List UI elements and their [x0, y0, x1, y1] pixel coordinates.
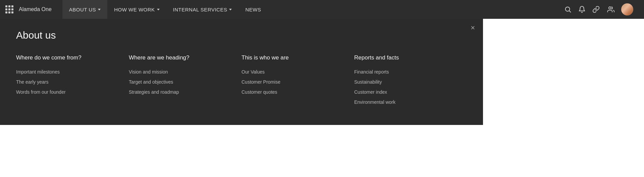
- dropdown-col-2: Where are we heading? Vision and mission…: [129, 54, 241, 105]
- dropdown-columns: Where do we come from? Important milesto…: [16, 54, 467, 105]
- col-heading-4: Reports and facts: [354, 54, 453, 61]
- close-button[interactable]: ×: [471, 24, 475, 32]
- nav-label-internal-services: INTERNAL SERVICES: [173, 7, 227, 12]
- dropdown-col-1: Where do we come from? Important milesto…: [16, 54, 129, 105]
- nav-item-news[interactable]: NEWS: [238, 0, 268, 19]
- col-heading-3: This is who we are: [241, 54, 341, 61]
- svg-point-2: [609, 7, 611, 9]
- search-icon[interactable]: [564, 6, 572, 13]
- nav-label-news: NEWS: [245, 7, 261, 12]
- col-links-3: Our Values Customer Promise Customer quo…: [241, 69, 341, 95]
- link-strategies-and-roadmap[interactable]: Strategies and roadmap: [129, 89, 228, 95]
- nav-label-how-we-work: HOW WE WORK: [114, 7, 155, 12]
- col-heading-1: Where do we come from?: [16, 54, 115, 61]
- avatar-image: [621, 3, 633, 15]
- nav-item-how-we-work[interactable]: HOW WE WORK: [107, 0, 166, 19]
- col-links-4: Financial reports Sustainability Custome…: [354, 69, 453, 105]
- link-the-early-years[interactable]: The early years: [16, 79, 115, 85]
- chevron-down-icon: [98, 9, 101, 10]
- notification-icon[interactable]: [578, 6, 586, 13]
- link-customer-promise[interactable]: Customer Promise: [241, 79, 341, 85]
- grid-icon[interactable]: [5, 5, 13, 13]
- chevron-down-icon: [229, 9, 232, 10]
- link-vision-and-mission[interactable]: Vision and mission: [129, 69, 228, 75]
- link-our-values[interactable]: Our Values: [241, 69, 341, 75]
- link-customer-quotes[interactable]: Customer quotes: [241, 89, 341, 95]
- nav-label-about-us: ABOUT US: [69, 7, 96, 12]
- chevron-down-icon: [157, 9, 160, 10]
- app-title: Alameda One: [19, 6, 52, 12]
- avatar[interactable]: [621, 3, 633, 15]
- link-important-milestones[interactable]: Important milestones: [16, 69, 115, 75]
- nav-item-about-us[interactable]: ABOUT US: [62, 0, 107, 19]
- link-environmental-work[interactable]: Environmental work: [354, 99, 453, 105]
- topbar-right: [564, 3, 639, 15]
- link-sustainability[interactable]: Sustainability: [354, 79, 453, 85]
- link-financial-reports[interactable]: Financial reports: [354, 69, 453, 75]
- link-target-and-objectives[interactable]: Target and objectives: [129, 79, 228, 85]
- link-icon[interactable]: [592, 6, 600, 13]
- topbar: Alameda One ABOUT US HOW WE WORK INTERNA…: [0, 0, 644, 19]
- link-words-from-our-founder[interactable]: Words from our founder: [16, 89, 115, 95]
- col-links-2: Vision and mission Target and objectives…: [129, 69, 228, 95]
- users-icon[interactable]: [606, 6, 614, 13]
- col-heading-2: Where are we heading?: [129, 54, 228, 61]
- link-customer-index[interactable]: Customer index: [354, 89, 453, 95]
- topbar-left: Alameda One: [5, 5, 52, 13]
- right-panel: [483, 0, 644, 177]
- main-nav: ABOUT US HOW WE WORK INTERNAL SERVICES N…: [62, 0, 268, 19]
- dropdown-col-4: Reports and facts Financial reports Sust…: [354, 54, 467, 105]
- nav-item-internal-services[interactable]: INTERNAL SERVICES: [166, 0, 239, 19]
- dropdown-title: About us: [16, 30, 467, 41]
- svg-line-1: [569, 11, 571, 12]
- dropdown-col-3: This is who we are Our Values Customer P…: [241, 54, 354, 105]
- col-links-1: Important milestones The early years Wor…: [16, 69, 115, 95]
- dropdown-panel: × About us Where do we come from? Import…: [0, 19, 483, 125]
